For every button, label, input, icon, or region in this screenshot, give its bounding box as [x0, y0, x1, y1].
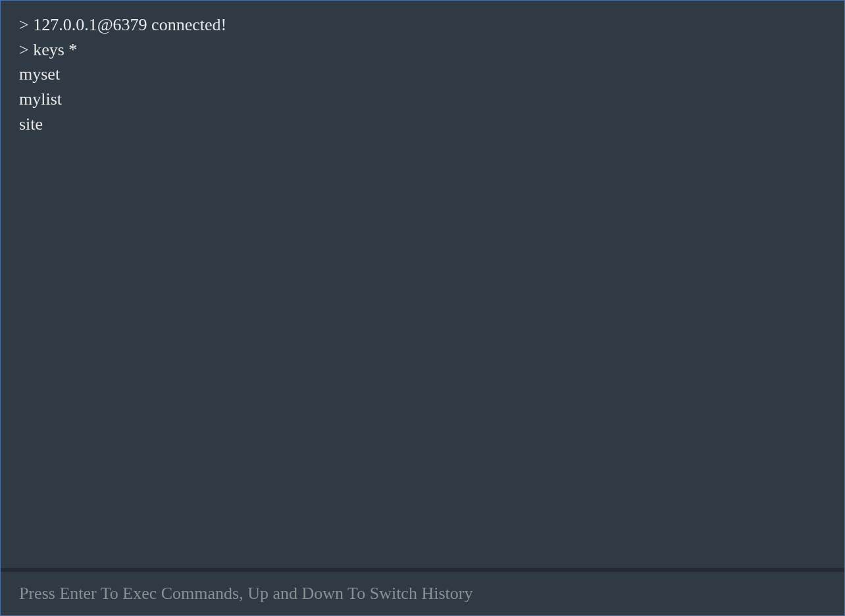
output-line: > keys * — [19, 38, 826, 63]
output-line: site — [19, 112, 826, 137]
terminal-output[interactable]: > 127.0.0.1@6379 connected! > keys * mys… — [1, 1, 844, 568]
command-input[interactable] — [19, 584, 826, 603]
output-line: myset — [19, 62, 826, 87]
output-line: mylist — [19, 87, 826, 112]
input-bar — [1, 572, 844, 615]
output-line: > 127.0.0.1@6379 connected! — [19, 13, 826, 38]
terminal-panel: > 127.0.0.1@6379 connected! > keys * mys… — [0, 0, 845, 616]
